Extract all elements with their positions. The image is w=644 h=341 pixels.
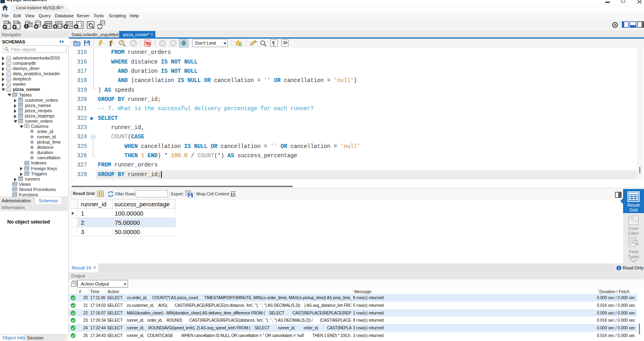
svg-text:A: A xyxy=(233,192,236,197)
svg-text:SQL: SQL xyxy=(5,22,10,25)
svg-text:¶: ¶ xyxy=(272,41,275,46)
svg-text:SQL: SQL xyxy=(14,22,20,25)
